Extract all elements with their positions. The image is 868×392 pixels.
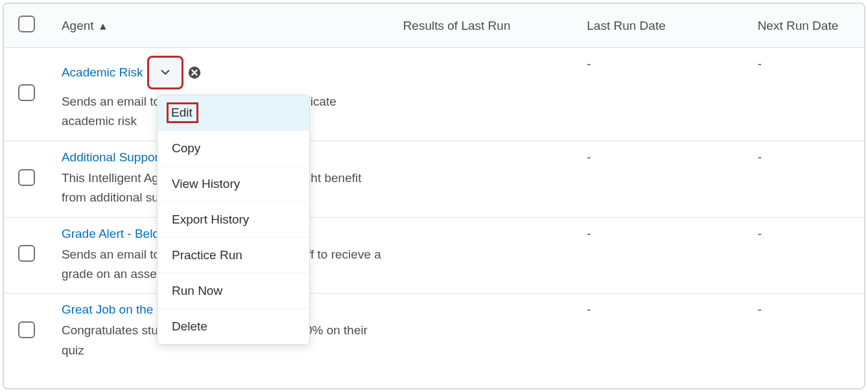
table-row: Great Job on the Quiz Congratulates stud… <box>4 294 864 369</box>
next-run-cell: - <box>758 150 762 164</box>
select-all-checkbox[interactable] <box>18 16 35 32</box>
row-checkbox[interactable] <box>18 84 35 101</box>
table-row: Additional Support This Intelligent Agen… <box>4 141 864 217</box>
last-run-cell: - <box>587 57 591 71</box>
table-row: Academic Risk Sends an email to the stud… <box>4 48 864 141</box>
agent-link[interactable]: Academic Risk <box>62 65 143 80</box>
header-results[interactable]: Results of Last Run <box>392 4 576 48</box>
last-run-cell: - <box>587 303 591 316</box>
header-results-label: Results of Last Run <box>403 19 511 32</box>
menu-item-label: Export History <box>172 213 249 226</box>
agents-table-container: Agent ▴ Results of Last Run Last Run Dat… <box>3 3 865 389</box>
menu-item-label: Delete <box>172 319 207 333</box>
menu-item-label: Edit <box>167 102 198 123</box>
header-agent[interactable]: Agent ▴ <box>50 4 392 48</box>
menu-item-delete[interactable]: Delete <box>158 308 309 344</box>
menu-item-copy[interactable]: Copy <box>158 130 309 166</box>
header-agent-label: Agent <box>62 19 94 32</box>
row-checkbox[interactable] <box>18 245 35 262</box>
menu-item-label: Practice Run <box>172 248 242 262</box>
chevron-down-icon <box>159 67 171 78</box>
menu-item-label: Run Now <box>172 284 222 297</box>
row-checkbox[interactable] <box>18 169 35 186</box>
menu-item-run-now[interactable]: Run Now <box>158 273 309 308</box>
header-next-run[interactable]: Next Run Date <box>746 4 864 48</box>
menu-item-practice-run[interactable]: Practice Run <box>158 237 309 273</box>
table-row: Grade Alert - Below 80% Sends an email t… <box>4 217 864 294</box>
agents-table: Agent ▴ Results of Last Run Last Run Dat… <box>4 4 864 369</box>
disabled-icon <box>187 65 202 80</box>
next-run-cell: - <box>758 227 762 240</box>
agent-actions-button[interactable] <box>148 57 182 88</box>
next-run-cell: - <box>758 57 762 71</box>
header-last-run[interactable]: Last Run Date <box>575 4 745 48</box>
sort-asc-icon: ▴ <box>100 18 106 33</box>
row-checkbox[interactable] <box>18 321 35 338</box>
header-next-label: Next Run Date <box>758 19 839 32</box>
header-last-label: Last Run Date <box>587 19 665 32</box>
menu-item-label: View History <box>172 177 240 190</box>
agent-actions-menu: Edit Copy View History Export History Pr… <box>157 95 310 345</box>
menu-item-edit[interactable]: Edit <box>158 95 309 130</box>
agent-link[interactable]: Additional Support <box>62 150 162 165</box>
table-header-row: Agent ▴ Results of Last Run Last Run Dat… <box>4 4 864 48</box>
next-run-cell: - <box>758 303 762 316</box>
last-run-cell: - <box>587 150 591 164</box>
menu-item-view-history[interactable]: View History <box>158 166 309 202</box>
menu-item-label: Copy <box>172 141 200 155</box>
header-checkbox-cell <box>4 4 50 48</box>
last-run-cell: - <box>587 227 591 240</box>
menu-item-export-history[interactable]: Export History <box>158 202 309 237</box>
